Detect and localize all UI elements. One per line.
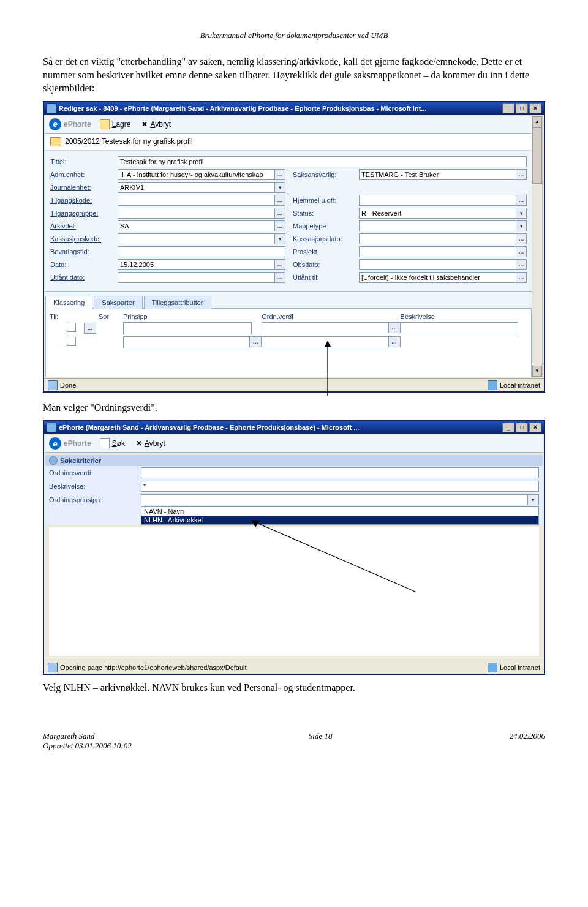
label-prosjekt: Prosjekt: — [293, 248, 359, 255]
cell-besk[interactable] — [401, 322, 519, 334]
save-icon — [100, 119, 110, 129]
cancel-button[interactable]: ✕ Avbryt — [139, 119, 173, 130]
footer-author: Margareth Sand — [43, 731, 132, 741]
label-tilgkode: Tilgangskode: — [50, 197, 118, 204]
lookup-icon[interactable]: … — [388, 336, 401, 347]
checkbox[interactable] — [67, 323, 76, 332]
maximize-button[interactable]: □ — [516, 103, 528, 113]
field-hjemmel[interactable] — [359, 195, 516, 206]
checkbox[interactable] — [67, 337, 76, 346]
tab-saksparter[interactable]: Saksparter — [94, 296, 142, 309]
close-button[interactable]: × — [529, 103, 541, 113]
label-bevtid: Bevaringstid: — [50, 248, 118, 255]
save-button[interactable]: Lagre — [97, 118, 134, 130]
field-tilgkode[interactable] — [118, 195, 275, 206]
lookup-icon[interactable]: … — [275, 272, 285, 283]
label-hjemmel: Hjemmel u.off: — [293, 197, 359, 204]
lookup-icon[interactable]: … — [275, 195, 285, 206]
scroll-down-icon[interactable]: ▼ — [532, 366, 542, 377]
lookup-icon[interactable]: … — [84, 323, 96, 334]
status-text: Opening page http://ephorte1/ephorteweb/… — [60, 664, 247, 671]
para-ordningsverdi: Man velger "Ordningsverdi". — [43, 401, 545, 415]
doc-header: Brukermanual ePhorte for dokumentproduse… — [43, 31, 545, 40]
lookup-icon[interactable]: … — [516, 195, 527, 206]
field-bevtid[interactable] — [118, 246, 285, 257]
window-titlebar[interactable]: Rediger sak - 8409 - ePhorte (Margareth … — [44, 102, 544, 115]
cell-ordn[interactable] — [262, 322, 388, 334]
cell-prinsipp[interactable] — [123, 322, 252, 334]
scroll-thumb[interactable] — [532, 127, 542, 184]
ie-window-search: ePhorte (Margareth Sand - Arkivansvarlig… — [43, 420, 545, 675]
field-arkivdel[interactable] — [118, 220, 275, 231]
prinsipp-dropdown-list[interactable]: NAVN - Navn NLHN - Arkivnøkkel — [141, 506, 539, 525]
lookup-icon[interactable]: … — [516, 259, 527, 270]
svg-line-2 — [254, 522, 417, 592]
lookup-icon[interactable]: … — [516, 272, 527, 283]
field-tilggruppe[interactable] — [118, 208, 275, 219]
dropdown-icon[interactable] — [528, 494, 539, 505]
dropdown-icon[interactable] — [516, 208, 527, 219]
field-kassdato[interactable] — [359, 233, 516, 244]
field-utlaantdato[interactable] — [118, 272, 275, 283]
window-titlebar[interactable]: ePhorte (Margareth Sand - Arkivansvarlig… — [44, 421, 544, 434]
field-journal[interactable] — [118, 182, 275, 193]
lookup-icon[interactable]: … — [275, 169, 285, 180]
field-obsdato[interactable] — [359, 259, 516, 270]
lookup-icon[interactable]: … — [275, 220, 285, 231]
dropdown-icon[interactable] — [275, 233, 285, 244]
page-footer: Margareth Sand Opprettet 03.01.2006 10:0… — [43, 731, 545, 751]
lookup-icon[interactable]: … — [249, 336, 262, 347]
ephorte-logo: e ePhorte — [49, 118, 91, 130]
lookup-icon[interactable]: … — [516, 169, 527, 180]
field-beskrivelse[interactable] — [141, 481, 539, 492]
field-dato[interactable] — [118, 259, 275, 270]
intranet-icon — [488, 663, 497, 672]
field-saksansv[interactable] — [359, 169, 516, 180]
minimize-button[interactable]: _ — [502, 103, 514, 113]
label-journal: Journalenhet: — [50, 184, 118, 191]
label-kassdato: Kassasjonsdato: — [293, 235, 359, 243]
field-prosjekt[interactable] — [359, 246, 516, 257]
label-adm: Adm.enhet: — [50, 171, 118, 178]
dropdown-icon[interactable] — [516, 220, 527, 231]
lookup-icon[interactable]: … — [516, 246, 527, 257]
field-status[interactable] — [359, 208, 516, 219]
cell-ordn[interactable] — [262, 336, 388, 348]
minimize-button[interactable]: _ — [502, 423, 514, 432]
maximize-button[interactable]: □ — [516, 423, 528, 432]
lookup-icon[interactable]: … — [388, 322, 401, 333]
scroll-up-icon[interactable]: ▲ — [532, 116, 542, 127]
col-til: Til: — [50, 313, 67, 320]
lookup-icon[interactable]: … — [516, 233, 527, 244]
search-button[interactable]: Søk — [97, 437, 127, 450]
col-prinsipp: Prinsipp — [123, 313, 262, 320]
tab-tillegg[interactable]: Tilleggsattributter — [144, 296, 211, 309]
field-utlaanttil[interactable] — [359, 272, 516, 283]
form-area: Tittel: Adm.enhet: … Saksansvarlig: … Jo… — [45, 151, 532, 291]
lookup-icon[interactable]: … — [275, 259, 285, 270]
label-kasskode: Kassasjonskode: — [50, 235, 118, 243]
window-title: ePhorte (Margareth Sand - Arkivansvarlig… — [59, 424, 359, 431]
field-tittel[interactable] — [118, 156, 527, 167]
close-button[interactable]: × — [529, 423, 541, 432]
results-pane — [49, 527, 539, 656]
cell-prinsipp[interactable] — [123, 336, 249, 348]
dropdown-icon[interactable] — [275, 182, 285, 193]
option-nlhn[interactable]: NLHN - Arkivnøkkel — [141, 516, 538, 524]
vertical-scrollbar[interactable]: ▲ ▼ — [532, 116, 543, 377]
cancel-icon: ✕ — [136, 439, 142, 448]
field-adm[interactable] — [118, 169, 275, 180]
window-title: Rediger sak - 8409 - ePhorte (Margareth … — [59, 105, 426, 112]
lookup-icon[interactable]: … — [275, 208, 285, 219]
option-navn[interactable]: NAVN - Navn — [141, 507, 538, 516]
field-ordningsverdi[interactable] — [141, 467, 539, 478]
field-kasskode[interactable] — [118, 233, 275, 244]
label-saksansv: Saksansvarlig: — [293, 171, 359, 178]
label-obsdato: Obsdato: — [293, 261, 359, 268]
cancel-button[interactable]: ✕ Avbryt — [134, 438, 168, 449]
tab-klassering[interactable]: Klassering — [45, 296, 92, 309]
field-ordningsprinsipp[interactable] — [141, 494, 528, 505]
cancel-icon: ✕ — [141, 120, 148, 129]
label-ordningsverdi: Ordningsverdi: — [49, 469, 141, 476]
field-mappetype[interactable] — [359, 220, 516, 231]
